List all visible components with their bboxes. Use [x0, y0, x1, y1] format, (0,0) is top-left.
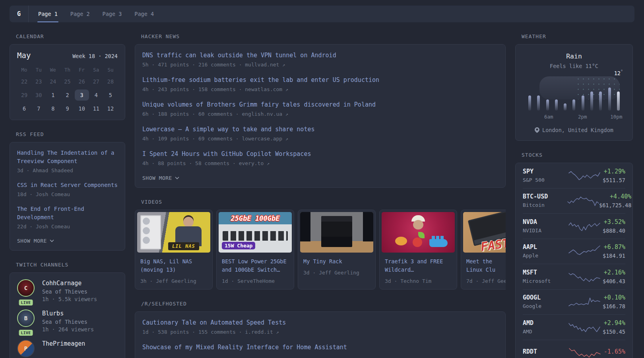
stock-name: S&P 500 [523, 177, 567, 183]
sparkline-chart [568, 270, 600, 283]
hn-domain-link[interactable]: every.to [239, 160, 264, 166]
video-card-25gbe-switch[interactable]: 25GbE 100GbE 15W Cheap BEST Low Power 25… [216, 210, 294, 290]
stock-row-googl[interactable]: GOOGLGoogle +0.10%$166.78 [523, 290, 625, 315]
stock-row-spy[interactable]: SPYS&P 500 +1.29%$511.57 [523, 163, 625, 189]
reddit-link[interactable]: Showcase of my Mixed Reality Interface f… [142, 343, 498, 352]
show-more-label: SHOW MORE [17, 238, 47, 244]
weekday-label: Th [60, 67, 74, 73]
stock-row-rddt[interactable]: RDDT -1.65% [523, 340, 625, 358]
channel-game: Sea of Thieves [42, 288, 97, 295]
calendar-week-year: Week 18 · 2024 [72, 53, 118, 59]
stock-row-amd[interactable]: AMDAMD +2.94%$150.45 [523, 315, 625, 340]
rss-meta: 18d · Josh Comeau [17, 191, 118, 198]
rss-meta: 22d · Josh Comeau [17, 223, 118, 230]
weather-bar [537, 95, 540, 111]
channel-game: Sea of Thieves [42, 319, 94, 325]
hn-item: Lowercase – A simple way to take and sha… [142, 125, 498, 142]
right-column: WEATHER Rain Feels like 11°C 12° 6am2pm1… [515, 22, 633, 358]
stock-row-nvda[interactable]: NVDANVIDIA +3.52%$888.40 [523, 214, 625, 239]
stock-symbol: BTC-USD [523, 193, 567, 200]
weather-current-temp-label: 12° [614, 69, 623, 76]
hn-meta-text: 4h · 88 points · 58 comments · [142, 160, 239, 166]
stock-name: Google [523, 303, 567, 309]
calendar-day: 5 [103, 90, 118, 101]
reddit-meta: 1d · 538 points · 155 comments · i.redd.… [142, 329, 498, 336]
hn-link[interactable]: Lithium-free sodium batteries exit the l… [142, 76, 498, 84]
hn-show-more-button[interactable]: SHOW MORE [142, 175, 179, 181]
stock-change: +1.29% [603, 168, 625, 175]
tab-page-1[interactable]: Page 1 [37, 6, 58, 22]
stock-name: Bitcoin [523, 202, 567, 208]
weather-bar [608, 88, 611, 111]
video-title: My Tiny Rack [303, 257, 370, 266]
avatar: B LIVE [17, 309, 36, 333]
stock-symbol: RDDT [523, 348, 567, 356]
hn-domain-link[interactable]: english.nv.ua [242, 111, 282, 117]
external-link-icon: ↗ [267, 161, 270, 166]
calendar-day: 26 [75, 76, 89, 87]
video-thumbnail: FAST [463, 212, 506, 253]
hn-link[interactable]: I Spent 24 Hours with GitHub Copilot Wor… [142, 150, 498, 158]
tab-page-4[interactable]: Page 4 [134, 6, 155, 22]
reddit-link[interactable]: Cautionary Tale on Automated Speed Tests [142, 318, 498, 327]
stock-name: AMD [523, 329, 567, 335]
video-card-big-nas[interactable]: LIL NAS Big NAS, Lil NAS (moving 13) 3h … [135, 210, 213, 290]
stock-price: $406.43 [603, 278, 625, 284]
avatar-image: B [17, 309, 35, 327]
hn-meta: 4h · 88 points · 58 comments · every.to … [142, 160, 498, 167]
hn-link[interactable]: Lowercase – A simple way to take and sha… [142, 125, 498, 134]
calendar-widget: May Week 18 · 2024 Mo Tu We Th Fr Sa Su … [10, 44, 125, 120]
hn-link[interactable]: DNS traffic can leak outside the VPN tun… [142, 51, 498, 60]
calendar-weekday-row: Mo Tu We Th Fr Sa Su [17, 67, 118, 73]
rss-meta: 3d · Ahmad Shadeed [17, 167, 118, 174]
tab-page-3[interactable]: Page 3 [102, 6, 123, 22]
calendar-day: 30 [31, 90, 46, 101]
video-card-linux-cluster[interactable]: FAST Meet the Linux Clu 7d · Jeff Geerli… [461, 210, 506, 290]
stock-row-aapl[interactable]: AAPLApple +6.87%$184.91 [523, 239, 625, 265]
weather-location-label: London, United Kingdom [542, 127, 613, 133]
tab-page-2[interactable]: Page 2 [70, 6, 91, 22]
hn-meta: 5h · 471 points · 216 comments · mullvad… [142, 61, 498, 68]
hn-item: DNS traffic can leak outside the VPN tun… [142, 51, 498, 68]
stock-price: $61,725.48 [599, 202, 631, 208]
hn-domain-link[interactable]: newatlas.com [245, 86, 282, 92]
app-logo[interactable]: G [10, 6, 29, 22]
hn-domain-link[interactable]: lowercase.app [242, 136, 282, 142]
weather-bar-current [617, 91, 620, 111]
stock-symbol: MSFT [523, 269, 567, 276]
rss-link[interactable]: CSS in React Server Components [17, 181, 118, 189]
video-thumbnail: LIL NAS [137, 212, 210, 253]
video-card-traefik[interactable]: Traefik 3 and FREE Wildcard… 3d · Techno… [379, 210, 457, 290]
dashboard: CALENDAR May Week 18 · 2024 Mo Tu We Th … [10, 22, 644, 358]
stock-row-msft[interactable]: MSFTMicrosoft +2.16%$406.43 [523, 264, 625, 290]
avatar: C LIVE [17, 279, 36, 303]
video-card-my-tiny-rack[interactable]: My Tiny Rack 3d · Jeff Geerling [298, 210, 376, 290]
twitch-channel-cohhcarnage[interactable]: C LIVE CohhCarnage Sea of Thieves 1h · 5… [17, 279, 118, 303]
rss-show-more-button[interactable]: SHOW MORE [17, 238, 54, 244]
calendar-day: 25 [60, 76, 74, 87]
thumbnail-text: 15W Cheap [222, 242, 255, 249]
stock-change: +2.16% [603, 269, 625, 276]
weather-bar [590, 91, 593, 111]
calendar-day: 10 [75, 103, 89, 114]
external-link-icon: ↗ [285, 111, 288, 117]
thumbnail-text: 25GbE 100GbE [231, 214, 280, 222]
weekday-label: Mo [17, 67, 31, 73]
hn-link[interactable]: Unique volumes of Brothers Grimm fairy t… [142, 100, 498, 109]
reddit-domain-link[interactable]: i.redd.it [245, 329, 273, 335]
avatar-image: C [17, 279, 35, 297]
channel-meta: 1h · 264 viewers [42, 326, 94, 333]
weekday-label: Fr [75, 67, 89, 73]
rss-link[interactable]: Handling The Indentation of a Treeview C… [17, 149, 118, 165]
rss-link[interactable]: The End of Front-End Development [17, 205, 118, 222]
video-title: Big NAS, Lil NAS (moving 13) [140, 257, 207, 274]
rss-item: Handling The Indentation of a Treeview C… [17, 149, 118, 174]
weather-bar [528, 95, 531, 111]
twitch-channel-blurbs[interactable]: B LIVE Blurbs Sea of Thieves 1h · 264 vi… [17, 309, 118, 333]
stock-row-btc-usd[interactable]: BTC-USDBitcoin +4.40%$61,725.48 [523, 189, 625, 214]
twitch-section-title: TWITCH CHANNELS [16, 262, 125, 268]
avatar-image: P [17, 340, 35, 357]
hn-domain-link[interactable]: mullvad.net [245, 62, 279, 68]
twitch-channel-theprimeagen[interactable]: P ThePrimeagen [17, 340, 118, 357]
reddit-meta-text: 1d · 538 points · 155 comments · [142, 329, 245, 335]
